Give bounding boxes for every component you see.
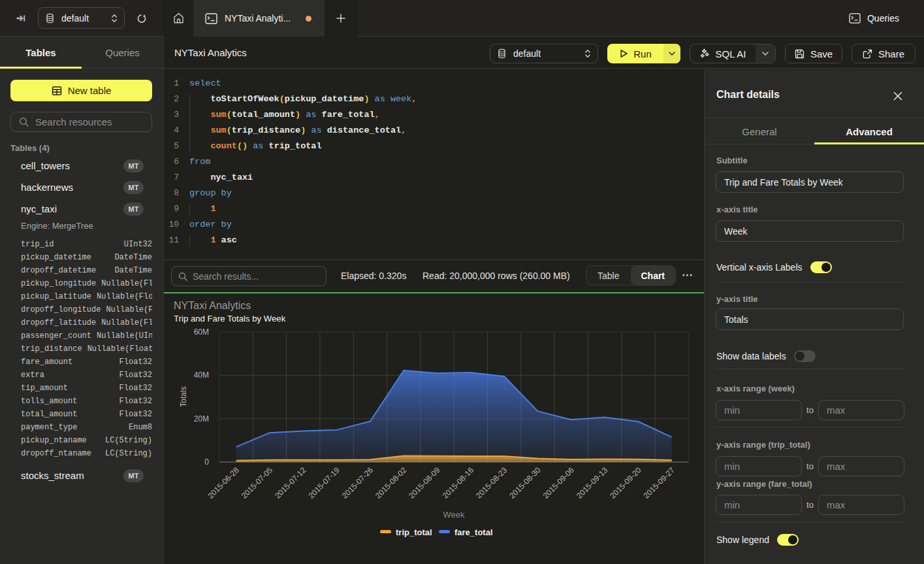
svg-text:2015-09-27: 2015-09-27	[642, 465, 677, 501]
svg-text:Trip and Fare Totals by Week: Trip and Fare Totals by Week	[174, 314, 286, 323]
svg-text:fare_total: fare_total	[454, 527, 493, 537]
svg-text:Week: Week	[443, 510, 465, 520]
svg-text:40M: 40M	[194, 371, 209, 380]
svg-text:trip_total: trip_total	[396, 527, 432, 537]
svg-text:2015-07-05: 2015-07-05	[240, 465, 275, 501]
svg-text:2015-08-09: 2015-08-09	[407, 465, 442, 501]
svg-text:2015-07-19: 2015-07-19	[306, 465, 342, 501]
svg-text:60M: 60M	[194, 327, 209, 337]
svg-text:2015-09-20: 2015-09-20	[608, 465, 643, 501]
svg-text:2015-09-06: 2015-09-06	[541, 465, 577, 501]
svg-text:Totals: Totals	[179, 386, 188, 406]
svg-text:20M: 20M	[194, 414, 209, 423]
svg-text:2015-08-23: 2015-08-23	[474, 465, 509, 501]
svg-text:2015-09-13: 2015-09-13	[575, 465, 610, 501]
svg-text:2015-06-28: 2015-06-28	[206, 465, 242, 501]
svg-text:2015-07-26: 2015-07-26	[340, 465, 375, 501]
svg-text:2015-07-12: 2015-07-12	[273, 465, 308, 501]
svg-text:NYTaxi Analytics: NYTaxi Analytics	[174, 300, 251, 311]
svg-text:2015-08-02: 2015-08-02	[374, 465, 409, 501]
svg-text:0: 0	[204, 457, 209, 467]
svg-text:2015-08-30: 2015-08-30	[507, 465, 543, 501]
svg-text:2015-08-16: 2015-08-16	[441, 465, 476, 501]
